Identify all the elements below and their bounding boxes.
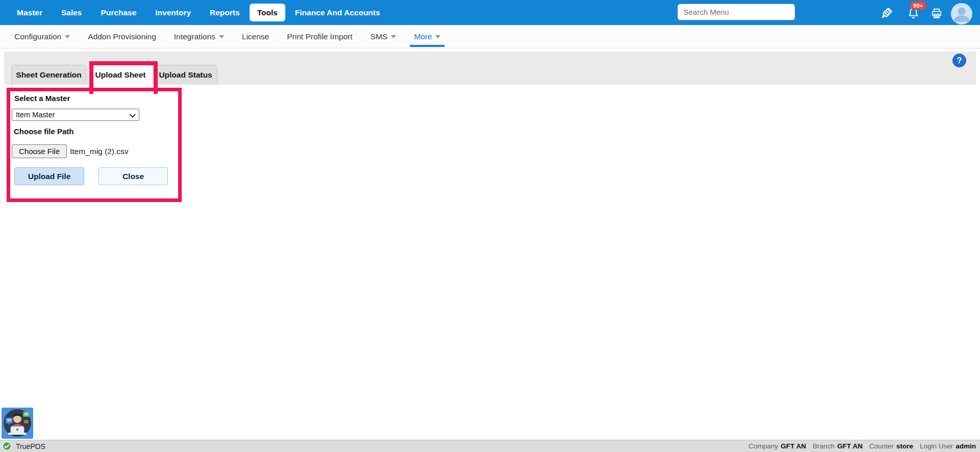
session-info: Company GFT AN Branch GFT AN Counter sto… [749, 442, 976, 450]
submenu-addon-provisioning[interactable]: Addon Provisioning [88, 25, 156, 48]
tab-strip: Sheet Generation Upload Sheet Upload Sta… [4, 52, 976, 85]
select-master-label: Select a Master [14, 94, 70, 103]
menu-item-finance-and-accounts[interactable]: Finance And Accounts [295, 8, 380, 17]
active-menu-underline [410, 45, 445, 47]
counter-label: Counter [869, 442, 894, 450]
company-label: Company [749, 442, 778, 450]
upload-file-button[interactable]: Upload File [14, 167, 84, 185]
app-status: TruePOS [2, 441, 45, 451]
submenu-label: More [414, 32, 432, 41]
search-input[interactable] [677, 4, 795, 20]
menu-item-inventory[interactable]: Inventory [155, 8, 191, 17]
menu-item-master[interactable]: Master [17, 8, 42, 17]
tab-upload-status[interactable]: Upload Status [154, 65, 217, 85]
chevron-down-icon [391, 35, 396, 38]
menu-item-reports[interactable]: Reports [210, 8, 240, 17]
help-icon[interactable]: ? [952, 54, 966, 67]
submenu-label: Addon Provisioning [88, 32, 156, 41]
submenu-more-active[interactable]: More [414, 25, 440, 48]
notification-count-badge: 99+ [910, 2, 926, 10]
tab-sheet-generation[interactable]: Sheet Generation [11, 65, 86, 85]
status-bar: TruePOS Company GFT AN Branch GFT AN Cou… [0, 440, 980, 452]
top-navigation-bar: Master Sales Purchase Inventory Reports … [0, 0, 980, 25]
submenu-print-profile-import[interactable]: Print Profile Import [287, 25, 352, 48]
menu-item-purchase[interactable]: Purchase [101, 8, 136, 17]
company-info: Company GFT AN [749, 442, 806, 450]
support-chat-widget-icon[interactable] [2, 408, 33, 439]
submenu-integrations[interactable]: Integrations [174, 25, 224, 48]
submenu-license[interactable]: License [242, 25, 269, 48]
login-user-label: Login User [920, 442, 953, 450]
login-user-value: admin [955, 442, 976, 450]
branch-info: Branch GFT AN [813, 442, 863, 450]
submenu-configuration[interactable]: Configuration [14, 25, 70, 48]
menu-item-sales[interactable]: Sales [61, 8, 82, 17]
main-menu: Master Sales Purchase Inventory Reports … [17, 0, 380, 25]
app-window: Master Sales Purchase Inventory Reports … [0, 0, 980, 452]
company-value: GFT AN [781, 442, 806, 450]
submenu-label: Print Profile Import [287, 32, 352, 41]
submenu-label: Configuration [14, 32, 61, 41]
choose-file-button[interactable]: Choose File [12, 144, 67, 158]
chevron-down-icon [65, 35, 70, 38]
choose-file-path-label: Choose file Path [14, 127, 74, 136]
master-select-wrapper: Item Master [12, 109, 139, 121]
submenu-label: SMS [371, 32, 388, 41]
login-user-info: Login User admin [920, 442, 976, 450]
chevron-down-icon [219, 35, 224, 38]
theme-brush-icon[interactable] [878, 6, 895, 23]
user-avatar[interactable] [950, 3, 973, 27]
branch-label: Branch [813, 442, 835, 450]
counter-value: store [896, 442, 913, 450]
submenu-label: Integrations [174, 32, 215, 41]
submenu-label: License [242, 32, 269, 41]
counter-info: Counter store [869, 442, 913, 450]
chevron-down-icon [435, 35, 440, 38]
tab-upload-sheet-active[interactable]: Upload Sheet [88, 65, 153, 85]
tools-sub-menu: Configuration Addon Provisioning Integra… [0, 25, 980, 48]
master-select[interactable]: Item Master [12, 109, 139, 121]
submenu-sms[interactable]: SMS [371, 25, 397, 48]
close-button[interactable]: Close [99, 167, 168, 185]
printer-icon[interactable] [930, 7, 943, 22]
menu-item-tools-active[interactable]: Tools [250, 4, 285, 21]
connection-check-icon [2, 441, 12, 451]
app-name: TruePOS [16, 442, 45, 450]
selected-file-name: Item_mig (2).csv [70, 144, 129, 158]
branch-value: GFT AN [837, 442, 863, 450]
